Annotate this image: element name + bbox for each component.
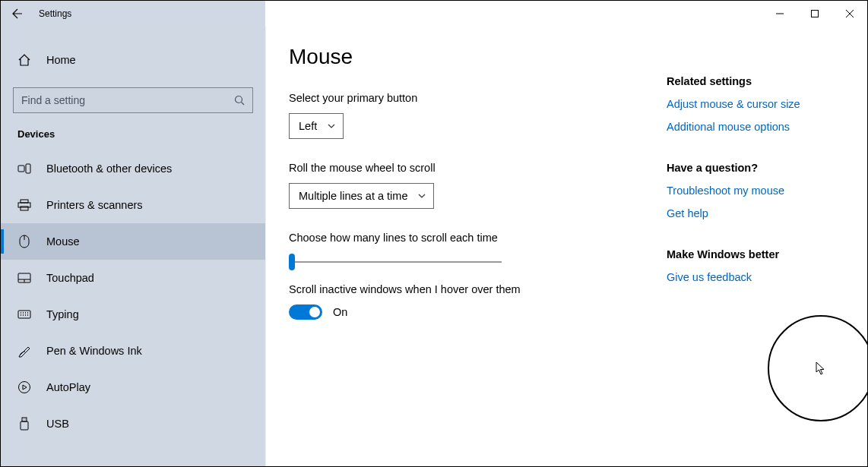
link-additional-mouse-options[interactable]: Additional mouse options (667, 121, 849, 133)
minimize-icon (776, 10, 784, 17)
link-get-help[interactable]: Get help (667, 207, 849, 219)
svg-rect-11 (22, 418, 27, 421)
svg-point-10 (19, 382, 30, 393)
sidebar-item-mouse[interactable]: Mouse (1, 223, 265, 260)
link-give-feedback[interactable]: Give us feedback (667, 271, 849, 283)
aside-question: Have a question? Troubleshoot my mouse G… (667, 162, 849, 219)
inactive-windows-toggle[interactable] (289, 304, 322, 320)
svg-rect-12 (21, 421, 28, 430)
scroll-mode-label: Roll the mouse wheel to scroll (289, 162, 636, 174)
svg-rect-9 (18, 311, 30, 318)
search-box[interactable] (13, 87, 253, 113)
mouse-icon (17, 235, 31, 248)
content-main: Mouse Select your primary button Left Ro… (289, 45, 636, 448)
sidebar: Home Devices Bluetooth & other devices P… (1, 27, 265, 466)
sidebar-nav: Bluetooth & other devices Printers & sca… (1, 150, 265, 442)
content: Mouse Select your primary button Left Ro… (265, 27, 867, 466)
bluetooth-devices-icon (17, 163, 31, 174)
sidebar-item-label: Mouse (46, 235, 80, 248)
primary-button-label: Select your primary button (289, 92, 636, 104)
primary-button-value: Left (299, 120, 317, 132)
sidebar-item-label: Printers & scanners (46, 199, 143, 211)
window-title: Settings (39, 8, 71, 19)
content-aside: Related settings Adjust mouse & cursor s… (667, 75, 849, 448)
close-icon (846, 10, 854, 17)
sidebar-item-usb[interactable]: USB (1, 405, 265, 442)
titlebar: Settings (1, 1, 867, 27)
sidebar-item-label: Pen & Windows Ink (46, 345, 142, 357)
svg-rect-2 (18, 166, 24, 172)
sidebar-item-label: Bluetooth & other devices (46, 163, 172, 175)
touchpad-icon (17, 273, 31, 283)
inactive-windows-label: Scroll inactive windows when I hover ove… (289, 283, 636, 295)
chevron-down-icon (328, 124, 335, 128)
svg-rect-4 (21, 200, 28, 203)
lines-label: Choose how many lines to scroll each tim… (289, 232, 636, 244)
autoplay-icon (17, 380, 31, 394)
back-button[interactable] (1, 1, 34, 27)
search-input[interactable] (21, 94, 234, 106)
sidebar-category: Devices (1, 128, 265, 150)
titlebar-left: Settings (1, 1, 265, 27)
svg-rect-0 (812, 11, 819, 17)
sidebar-item-typing[interactable]: Typing (1, 296, 265, 333)
arrow-left-icon (11, 8, 24, 20)
slider-thumb[interactable] (289, 254, 295, 270)
aside-heading: Make Windows better (667, 248, 849, 260)
sidebar-item-bluetooth[interactable]: Bluetooth & other devices (1, 150, 265, 187)
sidebar-home[interactable]: Home (1, 45, 265, 75)
inactive-windows-toggle-row: On (289, 304, 636, 320)
maximize-icon (811, 10, 819, 17)
primary-button-select[interactable]: Left (289, 113, 344, 139)
svg-rect-3 (26, 164, 30, 173)
sidebar-item-autoplay[interactable]: AutoPlay (1, 369, 265, 405)
scroll-mode-value: Multiple lines at a time (299, 190, 407, 202)
svg-point-1 (236, 96, 242, 103)
printer-icon (17, 199, 31, 211)
titlebar-right (265, 1, 867, 27)
link-troubleshoot-mouse[interactable]: Troubleshoot my mouse (667, 185, 849, 197)
link-adjust-cursor-size[interactable]: Adjust mouse & cursor size (667, 98, 849, 110)
minimize-button[interactable] (762, 1, 797, 27)
sidebar-item-printers[interactable]: Printers & scanners (1, 187, 265, 223)
scroll-mode-select[interactable]: Multiple lines at a time (289, 183, 434, 209)
sidebar-item-label: Touchpad (46, 272, 94, 284)
home-icon (17, 53, 31, 67)
search-icon (234, 95, 245, 106)
pen-icon (17, 344, 31, 358)
page-title: Mouse (289, 45, 636, 69)
close-button[interactable] (832, 1, 867, 27)
sidebar-item-label: AutoPlay (46, 381, 90, 393)
aside-related: Related settings Adjust mouse & cursor s… (667, 75, 849, 133)
maximize-button[interactable] (797, 1, 832, 27)
usb-icon (17, 417, 31, 431)
aside-better: Make Windows better Give us feedback (667, 248, 849, 283)
sidebar-item-pen[interactable]: Pen & Windows Ink (1, 333, 265, 369)
slider-track (289, 261, 502, 263)
sidebar-home-label: Home (46, 54, 76, 66)
inactive-windows-value: On (333, 306, 347, 318)
aside-heading: Related settings (667, 75, 849, 87)
chevron-down-icon (418, 194, 426, 198)
sidebar-item-label: USB (46, 418, 69, 430)
sidebar-item-label: Typing (46, 308, 79, 320)
keyboard-icon (17, 310, 31, 319)
aside-heading: Have a question? (667, 162, 849, 174)
sidebar-item-touchpad[interactable]: Touchpad (1, 260, 265, 296)
lines-slider[interactable] (289, 253, 502, 271)
